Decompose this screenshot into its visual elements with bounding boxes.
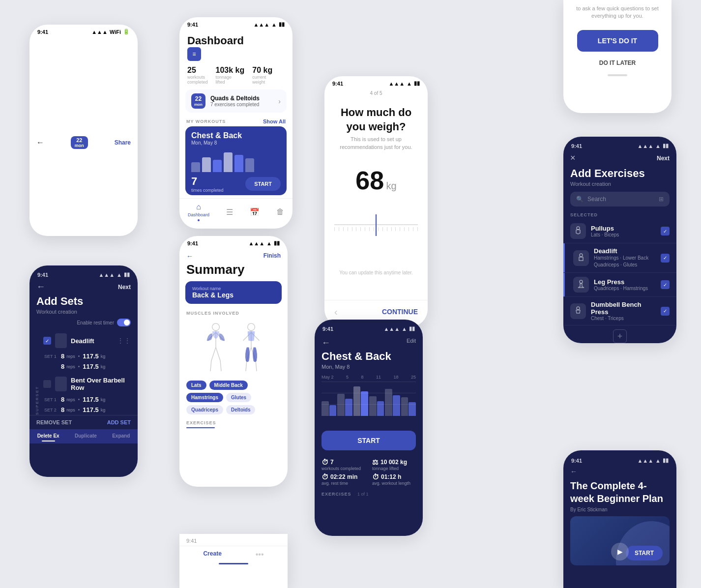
phone-summary: 9:41 ▲▲▲ ▲ ▮▮ ← Finish Summary Workout n… — [179, 236, 288, 487]
smt-deltoids[interactable]: Deltoids — [226, 405, 255, 414]
nav-calendar[interactable]: 📅 — [250, 207, 260, 217]
deadlift-set2: 8 reps • 117.5 kg — [29, 361, 138, 372]
plan-start-btn[interactable]: START — [626, 546, 663, 560]
svg-line-24 — [211, 347, 216, 361]
tab-delete[interactable]: Delete Ex — [37, 433, 59, 441]
next-btn[interactable]: Next — [657, 155, 670, 162]
ex-check-deadlift[interactable]: ✓ — [661, 254, 670, 263]
tab-bar-sets: Delete Ex Duplicate Expand — [29, 429, 138, 443]
video-thumbnail[interactable]: ▶ START — [570, 516, 670, 565]
back-btn-7[interactable]: ← — [321, 338, 330, 348]
ex-avatar-dumbbell — [570, 303, 586, 319]
ex-avatar-leg-press — [573, 277, 589, 293]
finish-btn[interactable]: Finish — [263, 252, 281, 260]
add-ex-title: Add Exercises — [563, 165, 676, 181]
smt-middle-back[interactable]: Middle Back — [209, 381, 248, 390]
list-icon: ☰ — [226, 207, 233, 217]
ex-check-pullups[interactable]: ✓ — [661, 227, 670, 235]
show-all-btn[interactable]: Show All — [263, 118, 286, 124]
continue-btn[interactable]: CONTINUE — [382, 308, 418, 316]
back-btn-8[interactable]: ← — [570, 468, 577, 475]
status-bar-1: 9:41 ▲▲▲ WiFi 🔋 — [29, 25, 138, 37]
ws-rest-7: ⏱ 02:22 min avg. rest time — [321, 473, 365, 486]
add-exercise-icon[interactable]: + — [613, 329, 627, 343]
more-tab[interactable]: ••• — [256, 550, 264, 559]
stat-workouts: 25 workouts completed — [187, 66, 208, 85]
deadlift-check[interactable]: ✓ — [43, 337, 51, 345]
tab-expand[interactable]: Expand — [112, 433, 130, 441]
summary-muscle-tags: Lats Middle Back Hamstrings Glutes Quadr… — [179, 378, 288, 417]
nav-list[interactable]: ☰ — [226, 207, 233, 217]
dashboard-header: Dashboard ≡ — [179, 29, 292, 63]
selected-label: SELECTED — [563, 210, 676, 219]
wifi-icon-s: ▲ — [266, 240, 272, 246]
weight-icon-7: ⚖ — [372, 458, 379, 466]
nav-dashboard[interactable]: ⌂ Dashboard — [188, 203, 209, 221]
exercise-leg-press[interactable]: Leg Press Quadriceps · Hamstrings ✓ — [563, 273, 676, 297]
bentover-figure — [55, 377, 67, 391]
bar-group-3 — [353, 386, 368, 416]
deadlift-menu[interactable]: ⋮⋮ — [117, 337, 131, 345]
do-it-later-btn[interactable]: DO IT LATER — [563, 58, 672, 68]
bottom-nav: ⌂ Dashboard ☰ 📅 🗑 — [179, 198, 292, 223]
add-ex-subtitle: Workout creation — [563, 181, 676, 192]
ex-check-leg-press[interactable]: ✓ — [661, 280, 670, 289]
add-sets-title: Add Sets — [29, 294, 138, 309]
back-icon-sets[interactable]: ← — [36, 282, 45, 292]
dashboard-icon[interactable]: ≡ — [187, 47, 201, 61]
battery-icon-8: ▮▮ — [663, 457, 669, 464]
weight-unit: kg — [386, 180, 397, 191]
back-btn-summary[interactable]: ← — [186, 252, 193, 260]
muscles-inv: MUSCLES INVOLVED — [179, 308, 288, 316]
start-workout-btn[interactable]: START — [245, 177, 281, 191]
bottom-actions: REMOVE SET ADD SET — [29, 415, 138, 429]
smt-glutes[interactable]: Glutes — [226, 393, 251, 402]
smt-hamstrings[interactable]: Hamstrings — [186, 393, 223, 402]
edit-btn-7[interactable]: Edit — [407, 338, 416, 348]
add-sets-header: ← Next — [29, 280, 138, 294]
create-tab[interactable]: Create — [203, 550, 221, 559]
exercises-progress-bar — [186, 427, 215, 428]
arrow-icon: › — [278, 97, 281, 105]
close-icon[interactable]: × — [570, 153, 576, 163]
plan-title: The Complete 4-week Beginner Plan — [563, 477, 676, 507]
trash-icon: 🗑 — [276, 207, 284, 216]
phone-bottom-create: 9:41 Create ••• — [179, 534, 288, 588]
search-bar[interactable]: 🔍 Search ⊞ — [570, 192, 670, 206]
progress-text: 4 of 5 — [324, 88, 428, 98]
tab-duplicate[interactable]: Duplicate — [75, 433, 97, 441]
play-button[interactable]: ▶ — [611, 543, 629, 560]
phone-add-exercises: 9:41 ▲▲▲ ▲ ▮▮ × Next Add Exercises Worko… — [563, 137, 676, 343]
add-set-btn[interactable]: ADD SET — [107, 419, 131, 425]
nav-trash[interactable]: 🗑 — [276, 207, 284, 216]
start-btn-7[interactable]: START — [321, 431, 416, 450]
smt-lats[interactable]: Lats — [186, 381, 206, 390]
signal-icon-3: ▲▲▲ — [388, 81, 405, 87]
remove-set-btn[interactable]: REMOVE SET — [36, 419, 72, 425]
status-bar-2: 9:41 ▲▲▲ ▲ ▮▮ — [179, 17, 292, 29]
battery-icon-2: ▮▮ — [279, 21, 285, 28]
exercise-pullups[interactable]: Pullups Lats · Biceps ✓ — [563, 219, 676, 243]
filter-icon: ⊞ — [659, 196, 664, 203]
bottom-tab-bar: Create ••• — [179, 546, 288, 563]
ex-info-leg-press: Leg Press Quadriceps · Hamstrings — [594, 278, 656, 291]
prev-arrow[interactable]: ‹ — [334, 306, 338, 318]
exercise-dumbbell-bench[interactable]: Dumbbell Bench Press Chest · Triceps ✓ — [563, 297, 676, 325]
rest-timer-toggle[interactable] — [117, 319, 131, 326]
wifi-icon-as: ▲ — [117, 272, 122, 278]
lets-do-it-btn[interactable]: LET'S DO IT — [577, 30, 658, 52]
next-btn-sets[interactable]: Next — [118, 284, 131, 291]
ex-check-dumbbell[interactable]: ✓ — [661, 307, 670, 316]
enable-rest-toggle[interactable]: Enable rest timer — [29, 319, 138, 330]
weight-slider[interactable] — [324, 200, 428, 255]
slider-track[interactable] — [334, 208, 418, 247]
exercise-deadlift[interactable]: Deadlift Hamstrings · Lower BackQuadrice… — [563, 243, 676, 273]
add-sets-sub: Workout creation — [29, 309, 138, 319]
question-text: How much do you weigh? — [324, 98, 428, 136]
workout-card[interactable]: Chest & Back Mon, May 8 7 times complete… — [185, 126, 287, 195]
share-button-1[interactable]: Share — [115, 139, 131, 146]
prev-workout-card[interactable]: 22 mon Quads & Deltoids 7 exercises comp… — [185, 89, 287, 113]
smt-quadriceps[interactable]: Quadriceps — [186, 405, 223, 414]
back-button-1[interactable]: ← — [36, 138, 44, 147]
svg-point-18 — [580, 280, 583, 283]
